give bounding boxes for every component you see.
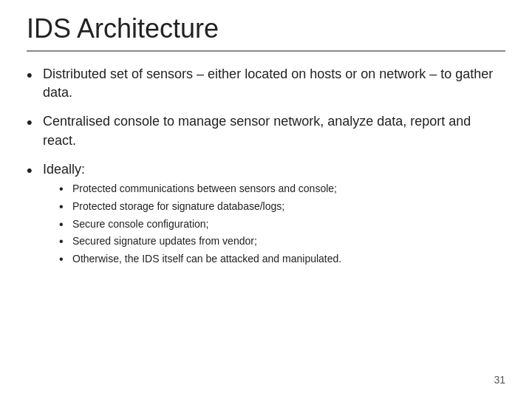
slide-title: IDS Architecture — [27, 13, 505, 44]
sub-bullet-dot-3: • — [59, 217, 72, 233]
sub-bullet-text-1: Protected communications between sensors… — [72, 182, 505, 197]
sub-bullet-text-4: Secured signature updates from vendor; — [72, 234, 505, 249]
sub-bullet-dot-4: • — [59, 234, 72, 250]
title-section: IDS Architecture — [27, 13, 505, 52]
sub-bullet-3: • Secure console configuration; — [59, 217, 505, 233]
slide-footer: 31 — [27, 371, 505, 386]
main-bullet-3: • Ideally: • Protected communications be… — [27, 160, 505, 270]
main-bullet-2: • Centralised console to manage sensor n… — [27, 112, 505, 149]
sub-bullet-text-5: Otherwise, the IDS itself can be attacke… — [72, 252, 505, 267]
main-bullet-text-2: Centralised console to manage sensor net… — [43, 112, 505, 149]
main-bullet-1: • Distributed set of sensors – either lo… — [27, 65, 505, 102]
main-bullet-text-3: Ideally: • Protected communications betw… — [43, 160, 505, 270]
page-number: 31 — [494, 374, 505, 386]
sub-bullets-list: • Protected communications between senso… — [59, 182, 505, 267]
sub-bullet-dot-2: • — [59, 200, 72, 215]
sub-bullet-4: • Secured signature updates from vendor; — [59, 234, 505, 250]
bullet-dot-2: • — [27, 112, 43, 134]
main-bullets-list: • Distributed set of sensors – either lo… — [27, 65, 505, 364]
sub-bullet-dot-1: • — [59, 182, 72, 197]
sub-bullet-2: • Protected storage for signature databa… — [59, 200, 505, 215]
sub-bullet-5: • Otherwise, the IDS itself can be attac… — [59, 252, 505, 267]
bullet-dot-3: • — [27, 160, 43, 182]
sub-bullet-text-3: Secure console configuration; — [72, 217, 505, 232]
slide: IDS Architecture • Distributed set of se… — [0, 0, 532, 399]
sub-bullet-1: • Protected communications between senso… — [59, 182, 505, 197]
bullet-dot-1: • — [27, 65, 43, 86]
sub-bullet-text-2: Protected storage for signature database… — [72, 200, 505, 214]
sub-bullet-dot-5: • — [59, 252, 72, 267]
main-bullet-text-1: Distributed set of sensors – either loca… — [43, 65, 505, 102]
